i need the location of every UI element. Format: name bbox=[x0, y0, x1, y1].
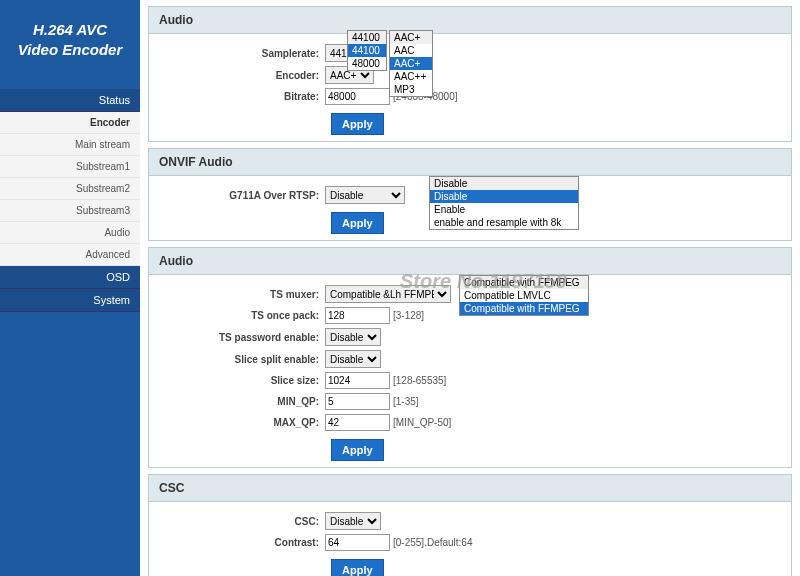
csc-panel: CSC CSC: Disable Contrast: [0-255].Defau… bbox=[148, 474, 792, 576]
encoder-option-sel[interactable]: AAC+ bbox=[390, 57, 432, 70]
samplerate-option-sel[interactable]: 44100 bbox=[348, 44, 386, 57]
encoder-option[interactable]: AAC++ bbox=[390, 70, 432, 83]
nav-osd[interactable]: OSD bbox=[0, 266, 140, 289]
csc-select[interactable]: Disable bbox=[325, 512, 381, 530]
muxer-option[interactable]: Compatible LMVLC bbox=[460, 289, 588, 302]
nav-substream3[interactable]: Substream3 bbox=[0, 200, 140, 222]
csc-label: CSC: bbox=[155, 516, 325, 527]
contrast-input[interactable] bbox=[325, 534, 390, 551]
slice-size-input[interactable] bbox=[325, 372, 390, 389]
onvif-header: ONVIF Audio bbox=[149, 149, 791, 176]
nav-encoder[interactable]: Encoder bbox=[0, 112, 140, 134]
nav-system[interactable]: System bbox=[0, 289, 140, 312]
nav-advanced[interactable]: Advanced bbox=[0, 244, 140, 266]
main-content: Store No.1197159 Audio Samplerate: 44100… bbox=[140, 0, 800, 576]
onvif-label: G711A Over RTSP: bbox=[155, 190, 325, 201]
logo: H.264 AVC Video Encoder bbox=[0, 0, 140, 89]
slice-size-label: Slice size: bbox=[155, 375, 325, 386]
maxqp-input[interactable] bbox=[325, 414, 390, 431]
nav-status[interactable]: Status bbox=[0, 89, 140, 112]
samplerate-label: Samplerate: bbox=[155, 48, 325, 59]
logo-line1: H.264 AVC bbox=[8, 20, 132, 40]
minqp-hint: [1-35] bbox=[393, 396, 419, 407]
ts-apply-button[interactable]: Apply bbox=[331, 439, 384, 461]
maxqp-label: MAX_QP: bbox=[155, 417, 325, 428]
onvif-option[interactable]: enable and resample with 8k bbox=[430, 216, 578, 229]
samplerate-dropdown[interactable]: 44100 44100 48000 bbox=[347, 30, 387, 71]
minqp-label: MIN_QP: bbox=[155, 396, 325, 407]
onvif-select[interactable]: Disable bbox=[325, 186, 405, 204]
logo-line2: Video Encoder bbox=[8, 40, 132, 60]
ts-muxer-select[interactable]: Compatible &Lh FFMPEG bbox=[325, 285, 451, 303]
ts-once-hint: [3-128] bbox=[393, 310, 424, 321]
onvif-option-sel[interactable]: Disable bbox=[430, 190, 578, 203]
ts-pwd-label: TS password enable: bbox=[155, 332, 325, 343]
onvif-option[interactable]: Enable bbox=[430, 203, 578, 216]
encoder-option[interactable]: AAC+ bbox=[390, 31, 432, 44]
nav-mainstream[interactable]: Main stream bbox=[0, 134, 140, 156]
contrast-label: Contrast: bbox=[155, 537, 325, 548]
audio-apply-button[interactable]: Apply bbox=[331, 113, 384, 135]
bitrate-input[interactable] bbox=[325, 88, 390, 105]
encoder-dropdown[interactable]: AAC+ AAC AAC+ AAC++ MP3 bbox=[389, 30, 433, 97]
audio-header: Audio bbox=[149, 7, 791, 34]
onvif-panel: ONVIF Audio G711A Over RTSP: Disable App… bbox=[148, 148, 792, 241]
sidebar: H.264 AVC Video Encoder Status Encoder M… bbox=[0, 0, 140, 576]
encoder-option[interactable]: AAC bbox=[390, 44, 432, 57]
nav-substream2[interactable]: Substream2 bbox=[0, 178, 140, 200]
ts-once-input[interactable] bbox=[325, 307, 390, 324]
audio-panel: Audio Samplerate: 44100 Encoder: AAC+ Bi… bbox=[148, 6, 792, 142]
bitrate-label: Bitrate: bbox=[155, 91, 325, 102]
csc-header: CSC bbox=[149, 475, 791, 502]
ts-panel: Audio TS muxer: Compatible &Lh FFMPEG TS… bbox=[148, 247, 792, 468]
csc-apply-button[interactable]: Apply bbox=[331, 559, 384, 576]
ts-pwd-select[interactable]: Disable bbox=[325, 328, 381, 346]
muxer-dropdown[interactable]: Compatible with FFMPEG Compatible LMVLC … bbox=[459, 275, 589, 316]
muxer-option-sel[interactable]: Compatible with FFMPEG bbox=[460, 302, 588, 315]
nav-audio[interactable]: Audio bbox=[0, 222, 140, 244]
samplerate-option[interactable]: 44100 bbox=[348, 31, 386, 44]
ts-header: Audio bbox=[149, 248, 791, 275]
ts-muxer-label: TS muxer: bbox=[155, 289, 325, 300]
samplerate-option[interactable]: 48000 bbox=[348, 57, 386, 70]
ts-once-label: TS once pack: bbox=[155, 310, 325, 321]
onvif-option[interactable]: Disable bbox=[430, 177, 578, 190]
maxqp-hint: [MIN_QP-50] bbox=[393, 417, 451, 428]
onvif-dropdown[interactable]: Disable Disable Enable enable and resamp… bbox=[429, 176, 579, 230]
muxer-option[interactable]: Compatible with FFMPEG bbox=[460, 276, 588, 289]
onvif-apply-button[interactable]: Apply bbox=[331, 212, 384, 234]
slice-en-label: Slice split enable: bbox=[155, 354, 325, 365]
encoder-option[interactable]: MP3 bbox=[390, 83, 432, 96]
encoder-label: Encoder: bbox=[155, 70, 325, 81]
nav-substream1[interactable]: Substream1 bbox=[0, 156, 140, 178]
contrast-hint: [0-255].Default:64 bbox=[393, 537, 473, 548]
slice-size-hint: [128-65535] bbox=[393, 375, 446, 386]
minqp-input[interactable] bbox=[325, 393, 390, 410]
slice-en-select[interactable]: Disable bbox=[325, 350, 381, 368]
